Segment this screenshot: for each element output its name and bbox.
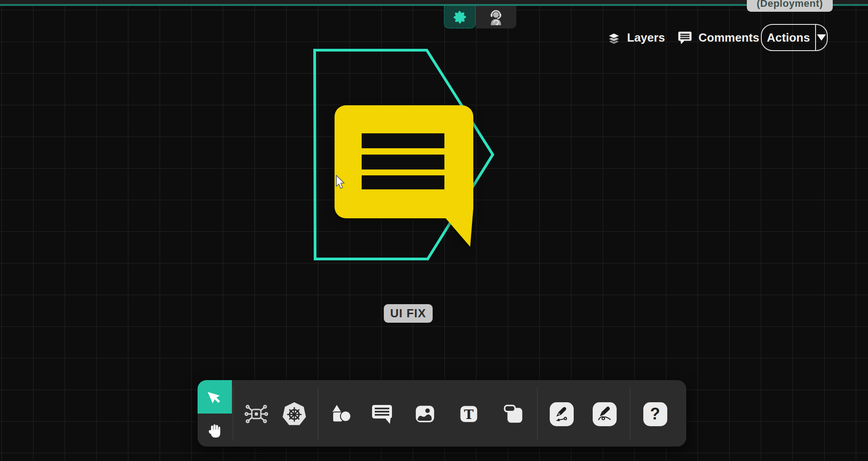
node-label[interactable]: UI FIX	[384, 304, 433, 323]
toolbar: T	[198, 380, 686, 447]
comments-label: Comments	[698, 31, 759, 45]
toolbar-divider	[537, 386, 538, 440]
pan-hand-tool[interactable]	[198, 414, 232, 447]
image-tool[interactable]	[412, 401, 438, 427]
help-tool[interactable]: ?	[642, 401, 668, 427]
freehand-draw-icon	[595, 405, 613, 423]
layers-icon	[606, 30, 622, 45]
caret-down-icon	[817, 34, 826, 41]
top-strip	[0, 0, 868, 4]
circuit-node-icon	[244, 401, 269, 427]
select-tool[interactable]	[198, 380, 232, 414]
app-window: UI FIX (Deployment)	[0, 0, 868, 461]
comment-icon	[369, 401, 395, 427]
card-tool[interactable]	[500, 401, 526, 427]
select-cursor-icon	[206, 388, 224, 406]
text-icon: T	[457, 402, 481, 426]
kubernetes-icon	[282, 401, 307, 427]
actions-label: Actions	[762, 31, 815, 45]
shapes-icon	[328, 401, 353, 427]
image-icon	[413, 402, 437, 426]
hand-icon	[206, 421, 224, 439]
deployment-tooltip: (Deployment)	[747, 0, 833, 12]
help-icon: ?	[650, 405, 660, 423]
headset-avatar-icon	[487, 9, 505, 26]
freehand-draw-tool[interactable]	[592, 401, 617, 427]
pen-connector-icon	[552, 405, 571, 423]
text-tool[interactable]: T	[456, 401, 481, 427]
actions-button[interactable]: Actions	[761, 24, 828, 51]
pen-connector-tile	[550, 402, 574, 426]
actions-dropdown-toggle[interactable]	[816, 34, 827, 41]
tab-agent-presence[interactable]	[476, 6, 516, 28]
tab-ai-assistant[interactable]	[444, 6, 476, 28]
comments-icon	[677, 29, 693, 46]
circuit-node-tool[interactable]	[244, 401, 269, 427]
help-tile: ?	[643, 402, 667, 426]
kubernetes-tool[interactable]	[282, 401, 307, 427]
toolbar-divider	[630, 386, 630, 440]
comments-button[interactable]: Comments	[677, 24, 759, 51]
top-border-accent	[0, 4, 868, 6]
toolbar-divider	[233, 386, 233, 440]
text-tool-glyph: T	[464, 407, 474, 422]
card-icon	[501, 402, 525, 426]
comment-tool[interactable]	[369, 401, 395, 427]
pen-connector-tool[interactable]	[549, 401, 574, 427]
freehand-draw-tile	[593, 402, 617, 426]
layers-label: Layers	[627, 31, 665, 45]
spiral-icon	[452, 9, 467, 25]
shapes-tool[interactable]	[328, 401, 353, 427]
layers-button[interactable]: Layers	[606, 24, 665, 51]
toolbar-divider	[318, 386, 318, 440]
